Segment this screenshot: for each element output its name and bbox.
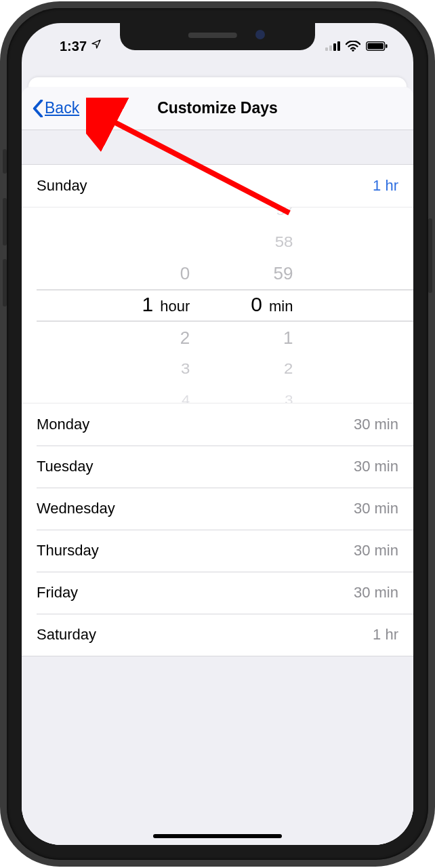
day-label: Saturday — [37, 626, 96, 644]
day-value: 30 min — [354, 416, 398, 433]
picker-hours-unit: hour — [160, 291, 190, 322]
nav-bar: Back Customize Days — [22, 87, 413, 130]
svg-rect-1 — [329, 45, 332, 51]
day-row-monday[interactable]: Monday 30 min — [22, 403, 413, 446]
back-label: Back — [45, 99, 79, 117]
mute-switch — [3, 149, 7, 174]
days-group: Sunday 1 hr 0 — [22, 164, 413, 656]
device-frame: 1:37 — [7, 8, 428, 860]
day-row-saturday[interactable]: Saturday 1 hr — [22, 614, 413, 656]
picker-option: 58 — [275, 228, 293, 256]
day-row-thursday[interactable]: Thursday 30 min — [22, 530, 413, 572]
back-button[interactable]: Back — [26, 94, 86, 123]
picker-hours-column[interactable]: 0 1 hour 2 3 4 — [142, 208, 190, 403]
svg-rect-7 — [386, 44, 388, 48]
cellular-signal-icon — [325, 41, 340, 51]
day-label: Thursday — [37, 542, 99, 559]
day-label: Tuesday — [37, 458, 94, 475]
picker-option: 0 — [180, 258, 190, 289]
side-button — [428, 218, 432, 293]
picker-option: 57 — [276, 207, 293, 223]
day-row-sunday[interactable]: Sunday 1 hr — [22, 165, 413, 207]
notch — [120, 23, 315, 50]
picker-option: 2 — [180, 322, 190, 353]
day-row-tuesday[interactable]: Tuesday 30 min — [22, 446, 413, 488]
battery-icon — [366, 41, 388, 51]
day-value: 1 hr — [373, 626, 398, 644]
picker-minutes-column[interactable]: 57 58 59 0 min 1 2 3 — [251, 208, 293, 403]
volume-up-button — [3, 198, 7, 245]
day-row-friday[interactable]: Friday 30 min — [22, 572, 413, 614]
picker-hours-selected: 1 — [142, 289, 154, 320]
time-picker[interactable]: 0 1 hour 2 3 4 57 58 — [22, 207, 413, 403]
day-value: 30 min — [354, 542, 398, 559]
screen: 1:37 — [22, 23, 413, 845]
picker-minutes-unit: min — [269, 291, 293, 322]
status-time: 1:37 — [60, 39, 87, 54]
picker-option: 1 — [283, 322, 293, 353]
day-value: 30 min — [354, 500, 398, 517]
wifi-icon — [346, 41, 360, 52]
svg-rect-6 — [368, 43, 384, 50]
picker-option: 4 — [182, 387, 190, 403]
volume-down-button — [3, 259, 7, 307]
day-value: 1 hr — [373, 177, 398, 195]
chevron-left-icon — [33, 100, 43, 117]
svg-rect-2 — [333, 43, 336, 51]
modal-sheet: Back Customize Days Sunday 1 hr — [22, 87, 413, 845]
picker-option: 2 — [284, 355, 293, 382]
picker-option: 59 — [274, 258, 293, 289]
section-spacer — [22, 130, 413, 164]
content: Sunday 1 hr 0 — [22, 130, 413, 845]
day-label: Wednesday — [37, 500, 115, 517]
day-label: Monday — [37, 416, 89, 433]
day-value: 30 min — [354, 584, 398, 601]
location-icon — [91, 39, 102, 53]
picker-option: 3 — [181, 355, 190, 382]
day-label: Sunday — [37, 177, 87, 195]
day-row-wednesday[interactable]: Wednesday 30 min — [22, 488, 413, 530]
picker-minutes-selected: 0 — [251, 289, 262, 320]
svg-rect-0 — [325, 47, 328, 51]
svg-point-4 — [352, 50, 354, 52]
svg-rect-3 — [337, 41, 340, 51]
day-value: 30 min — [354, 458, 398, 475]
day-label: Friday — [37, 584, 78, 601]
home-indicator[interactable] — [153, 834, 282, 838]
picker-option: 3 — [285, 387, 293, 403]
